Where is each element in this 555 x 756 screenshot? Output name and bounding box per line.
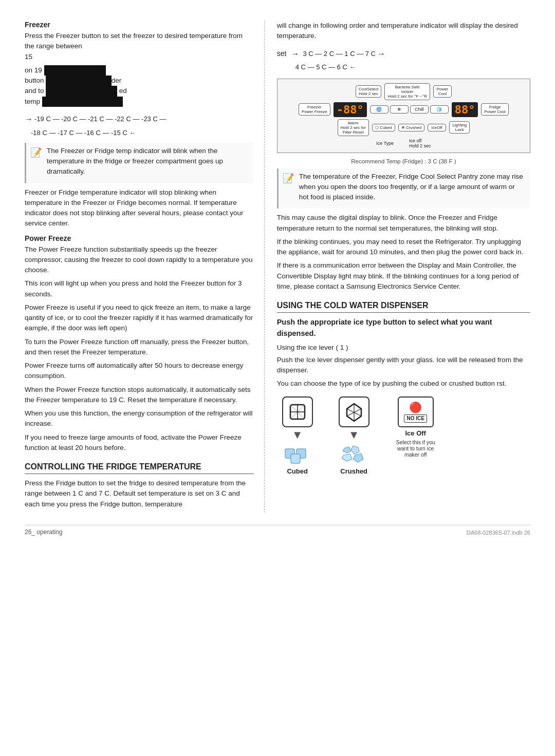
power-freeze-p1: The Power Freeze function substantially … xyxy=(25,244,254,276)
ice-cubed-img xyxy=(283,443,312,465)
temp-cycle-bot: -18 C — -17 C — -16 C — -15 C ← xyxy=(25,127,136,139)
panel-ice-off-label: Ice offHold 2 sec xyxy=(409,138,431,148)
right-column: will change in following order and tempe… xyxy=(265,21,530,513)
note-freezer-temp: 📝 The Freezer or Fridge temp indicator w… xyxy=(25,143,254,183)
ice-crushed-img xyxy=(339,443,369,465)
footer-operating: 26_ operating xyxy=(25,528,62,536)
power-freeze-p8: If you need to freeze large amounts of f… xyxy=(25,432,254,453)
blink-p2: If the blinking continues, you may need … xyxy=(277,237,530,258)
controlling-p1: Press the Fridge button to set the fridg… xyxy=(25,478,254,509)
power-freeze-p5: Power Freeze turns off automatically aft… xyxy=(25,361,254,382)
freezer-redacted: on 19 button der and to ed temp xyxy=(25,65,254,107)
ice-cubed-label: Cubed xyxy=(287,467,307,475)
lever-p1: Push the Ice lever dispenser gently with… xyxy=(277,355,530,376)
panel-freezer-btn: FreezerPower Freeze xyxy=(299,103,330,116)
ice-crushed-icon-box xyxy=(339,396,369,427)
note-temp-rise: 📝 The temperature of the Freezer, Fridge… xyxy=(277,168,530,209)
power-freeze-heading: Power Freeze xyxy=(25,234,254,242)
svg-marker-13 xyxy=(351,446,359,454)
panel-ice-type: Ice Type xyxy=(376,141,394,146)
ice-off-text: 🔴 NO ICE xyxy=(403,400,428,424)
ice-off-label: Ice Off xyxy=(405,429,425,437)
ice-cubed-icon-box xyxy=(282,396,313,427)
svg-marker-15 xyxy=(353,453,363,462)
panel-temp-right: 88° xyxy=(452,102,478,117)
freezer-heading: Freezer xyxy=(25,21,254,29)
panel-top-row: CoolSelectHold 2 sec Bacteria SafeIonize… xyxy=(282,83,526,100)
blink-p3: If there is a communication error betwee… xyxy=(277,260,530,292)
ice-cubed-svg xyxy=(287,402,308,422)
ice-off-item: 🔴 NO ICE Ice Off Select this if you want… xyxy=(390,396,441,458)
controlling-fridge-heading: CONTROLLING THE FRIDGE TEMPERATURE xyxy=(25,462,254,474)
indicator-stop: Freezer or Fridge temperature indicator … xyxy=(25,187,254,229)
panel-temp-left: -88° xyxy=(334,102,367,117)
ice-crushed-arrow: ▼ xyxy=(348,429,360,441)
panel-display: CoolSelectHold 2 sec Bacteria SafeIonize… xyxy=(277,79,530,153)
ice-crushed-label: Crushed xyxy=(340,467,367,475)
ice-crushed-svg xyxy=(344,402,364,422)
ice-off-icon-box: 🔴 NO ICE xyxy=(398,396,434,427)
temp-cycle-diagram: → -19 C — -20 C — -21 C — -22 C — -23 C … xyxy=(25,112,254,139)
panel-footer-row: Ice Type Ice offHold 2 sec xyxy=(282,138,526,148)
power-freeze-p4: To turn the Power Freeze function off ma… xyxy=(25,337,254,358)
svg-marker-14 xyxy=(342,454,352,461)
power-freeze-p6: When the Power Freeze function stops aut… xyxy=(25,385,254,406)
power-freeze-p7: When you use this function, the energy c… xyxy=(25,408,254,429)
ice-crushed-item: ▼ Crushed xyxy=(334,396,375,475)
fridge-temp-bot: 4 C — 5 C — 6 C ← xyxy=(277,61,356,73)
footer-doc: DA68-02836S-07.indb 26 xyxy=(467,530,530,536)
no-ice-badge: NO ICE xyxy=(404,414,427,423)
dispenser-subheading: Push the appropriate ice type button to … xyxy=(277,317,530,339)
power-freeze-p2: This icon will light up when you press a… xyxy=(25,278,254,299)
panel-ice-off: IceOff xyxy=(428,124,446,131)
panel-coolselect: CoolSelectHold 2 sec xyxy=(356,85,382,98)
left-column: Freezer Press the Freezer button to set … xyxy=(25,21,265,513)
panel-bacteria: Bacteria SafeIonizerHold 2 sec for °F→°R xyxy=(384,83,430,100)
cold-water-heading: USING THE COLD WATER DISPENSER xyxy=(277,301,530,313)
ice-cubed-arrow: ▼ xyxy=(292,429,303,441)
panel-fridge-icon: 🧊 xyxy=(430,105,449,114)
temp-cycle-top: → -19 C — -20 C — -21 C — -22 C — -23 C … xyxy=(25,112,166,127)
panel-icon2: ❄ xyxy=(390,105,409,114)
rec-temp: Recommend Temp (Fridge) : 3 C (38 F ) xyxy=(277,158,530,164)
freezer-p1: Press the Freezer button to set the free… xyxy=(25,31,254,62)
note-freezer-text: The Freezer or Fridge temp indicator wil… xyxy=(47,146,250,177)
panel-bot-row: AlarmHold 2 sec forFilter Reset ⬡ Cubed … xyxy=(282,119,526,136)
panel-icon1: 🌀 xyxy=(370,105,388,114)
panel-chill: Chill xyxy=(410,105,429,114)
svg-rect-7 xyxy=(291,454,300,463)
fridge-temp-top: set → 3 C — 2 C — 1 C — 7 C → xyxy=(277,47,385,62)
panel-fridge-btn: FridgePower Cool xyxy=(481,103,508,116)
fridge-temp-diagram: set → 3 C — 2 C — 1 C — 7 C → 4 C — 5 C … xyxy=(277,47,530,73)
panel-crushed: ❄ Crushed xyxy=(398,124,424,131)
intro-p1: will change in following order and tempe… xyxy=(277,21,530,42)
panel-mid-row: FreezerPower Freeze -88° 🌀 ❄ Chill 🧊 88°… xyxy=(282,102,526,117)
note-rise-text: The temperature of the Freezer, Fridge C… xyxy=(299,172,526,203)
main-content: Freezer Press the Freezer button to set … xyxy=(25,21,530,513)
page: Freezer Press the Freezer button to set … xyxy=(0,0,555,756)
using-lever: Using the ice lever ( 1 ) xyxy=(277,343,530,353)
panel-lighting: LightingLock xyxy=(449,121,470,134)
panel-cubed: ⬡ Cubed xyxy=(372,124,395,131)
lever-p2: You can choose the type of ice by pushin… xyxy=(277,379,530,389)
note-icon: 📝 xyxy=(30,147,42,158)
panel-alarm: AlarmHold 2 sec forFilter Reset xyxy=(338,119,369,136)
ice-off-sub: Select this if you want to turn ice make… xyxy=(390,439,441,458)
panel-power-cool: PowerCool xyxy=(433,85,452,98)
note-rise-icon: 📝 xyxy=(283,173,294,184)
ice-cubed-item: ▼ Cubed xyxy=(277,396,318,475)
footer: 26_ operating DA68-02836S-07.indb 26 xyxy=(25,525,530,536)
blink-p1: This may cause the digital display to bl… xyxy=(277,213,530,234)
ice-icons-row: ▼ Cubed xyxy=(277,396,530,475)
svg-marker-12 xyxy=(343,447,351,453)
power-freeze-p3: Power Freeze is useful if you need to qi… xyxy=(25,303,254,334)
panel-mode-icons: 🌀 ❄ Chill 🧊 xyxy=(370,105,449,114)
